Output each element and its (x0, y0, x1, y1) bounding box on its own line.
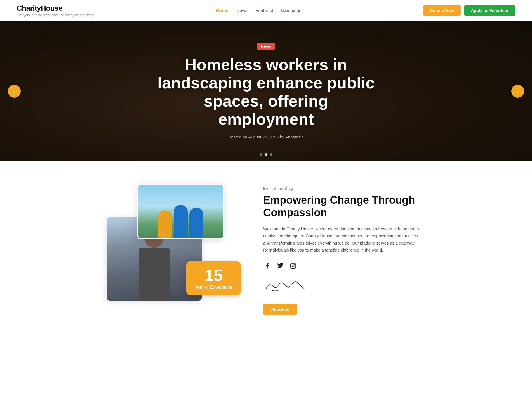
logo-block: CharityHouse Everyone can be great becau… (17, 4, 95, 17)
svg-point-1 (292, 265, 294, 267)
social-icons (263, 262, 420, 270)
hero-dots (260, 153, 272, 156)
instagram-icon[interactable] (289, 262, 297, 270)
experience-label: Year of Experience (195, 285, 232, 290)
hero-prev-button[interactable]: ‹ (8, 85, 21, 98)
about-text: Behind the Blog Empowering Change Throug… (263, 184, 420, 315)
header: CharityHouse Everyone can be great becau… (0, 0, 532, 21)
svg-rect-0 (291, 263, 296, 268)
nav-item-home[interactable]: Home (216, 8, 228, 13)
experience-number: 15 (195, 267, 232, 283)
signature-image (263, 278, 308, 295)
volunteers-image (138, 185, 223, 238)
nav: Home News Featured Campaign (216, 8, 301, 13)
about-button[interactable]: About us (263, 304, 297, 315)
experience-badge: 15 Year of Experience (186, 261, 241, 295)
hero-content: News Homeless workers in landscaping enh… (146, 43, 386, 139)
chevron-right-icon: › (517, 88, 519, 95)
svg-point-2 (294, 264, 295, 265)
about-title: Empowering Change Through Compassion (263, 194, 420, 219)
hero-tag: News (257, 43, 275, 50)
chevron-left-icon: ‹ (13, 88, 15, 95)
hero-next-button[interactable]: › (511, 85, 524, 98)
about-body: Welcome to Charity House, where every do… (263, 225, 420, 254)
about-section: 15 Year of Experience Behind the Blog Em… (0, 161, 532, 337)
nav-item-featured[interactable]: Featured (255, 8, 273, 13)
hero-dot-2[interactable] (265, 153, 267, 156)
hero-meta: Posted on August 22, 2023 by Anastasia (157, 135, 375, 139)
about-label: Behind the Blog (263, 186, 420, 191)
header-buttons: Donate Now Apply as Volunteer (423, 5, 515, 16)
hero-dot-3[interactable] (270, 153, 272, 156)
hero-dot-1[interactable] (260, 153, 262, 156)
facebook-icon[interactable] (263, 262, 272, 270)
volunteer-button[interactable]: Apply as Volunteer (464, 5, 515, 16)
hero-section: ‹ News Homeless workers in landscaping e… (0, 21, 532, 161)
hero-title: Homeless workers in landscaping enhance … (157, 56, 375, 128)
logo-subtitle: Everyone can be great because everyone c… (17, 13, 95, 17)
logo-title: CharityHouse (17, 4, 95, 13)
nav-item-campaign[interactable]: Campaign (281, 8, 302, 13)
nav-item-news[interactable]: News (236, 8, 248, 13)
signature (263, 278, 420, 296)
donate-button[interactable]: Donate Now (423, 5, 461, 16)
volunteers-image-card (137, 184, 224, 239)
twitter-icon[interactable] (276, 262, 284, 270)
about-images: 15 Year of Experience (107, 184, 241, 301)
